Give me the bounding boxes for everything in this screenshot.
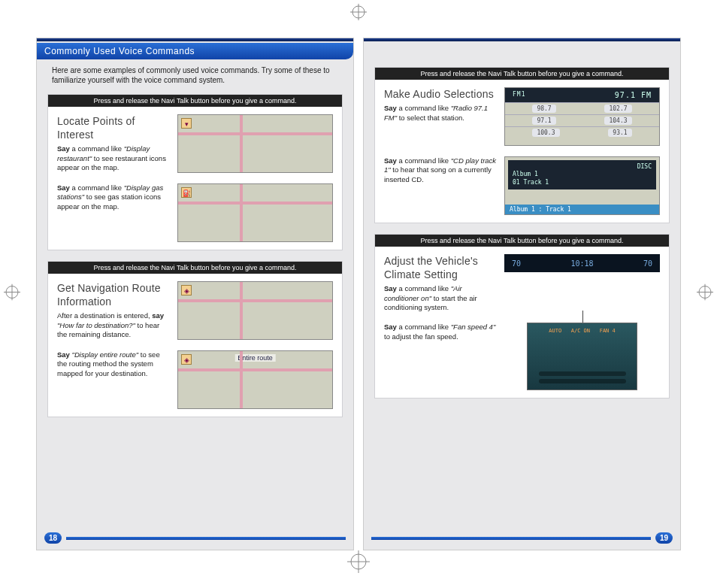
card-audio: Press and release the Navi Talk button b…	[374, 67, 670, 223]
crop-mark-right-icon	[697, 284, 713, 305]
route-item-2: Say "Display entire route" to see the ro…	[57, 350, 170, 409]
page-number: 19	[655, 532, 673, 544]
cd-line-1: Album 1	[513, 171, 652, 178]
navi-talk-note: Press and release the Navi Talk button b…	[375, 68, 669, 80]
footer-rule	[371, 537, 651, 540]
cd-footer: Album 1 : Track 1	[505, 205, 659, 214]
radio-presets-row1: 98.7102.7	[505, 102, 659, 114]
climate-time: 10:18	[570, 259, 593, 268]
radio-screenshot: FM1 97.1 FM 98.7102.7 97.1104.3 100.393.…	[504, 87, 660, 146]
card-title: Locate Points of Interest	[57, 114, 170, 141]
cd-screenshot: DISC Album 1 01 Track 1 Album 1 : Track …	[504, 156, 660, 215]
radio-presets-row3: 100.393.1	[505, 126, 659, 138]
crop-mark-top-icon	[350, 4, 367, 24]
audio-item-2: Say a command like "CD play track 1" to …	[384, 156, 497, 215]
climate-display: 70 10:18 70	[504, 254, 660, 272]
climate-temp-left: 70	[512, 259, 521, 268]
top-rule	[37, 38, 353, 41]
radio-band: FM1	[513, 91, 525, 98]
map-screenshot-gas: ⛽	[177, 183, 333, 242]
card-nav-route: Press and release the Navi Talk button b…	[47, 261, 343, 417]
compass-icon: ◈	[181, 354, 192, 365]
card-title: Make Audio Selections	[384, 87, 497, 101]
poi-item-2: Say a command like "Display gas stations…	[57, 183, 170, 242]
top-rule	[364, 38, 680, 41]
page-number: 18	[44, 532, 62, 544]
poi-item-1: Locate Points of Interest Say a command …	[57, 114, 170, 173]
crop-mark-bottom-icon	[347, 550, 370, 573]
card-title: Get Navigation Route Information	[57, 281, 170, 308]
page-left: Commonly Used Voice Commands Here are so…	[36, 38, 354, 550]
page-footer: 19	[364, 529, 680, 550]
restaurant-icon: ▾	[181, 118, 192, 129]
gas-icon: ⛽	[181, 187, 192, 198]
navi-talk-note: Press and release the Navi Talk button b…	[48, 95, 342, 107]
map-screenshot-distance: ◈	[177, 281, 333, 340]
crop-mark-left-icon	[4, 284, 20, 305]
audio-item-1: Make Audio Selections Say a command like…	[384, 87, 497, 146]
map-screenshot-entire-route: ◈ Entire route	[177, 350, 333, 409]
climate-item-1: Adjust the Vehicle's Climate Setting Say…	[384, 254, 497, 312]
card-title: Adjust the Vehicle's Climate Setting	[384, 254, 497, 281]
page-right: Press and release the Navi Talk button b…	[363, 38, 681, 550]
climate-item-2: Say a command like "Fan speed 4" to adju…	[384, 323, 497, 390]
section-header: Commonly Used Voice Commands	[37, 43, 353, 59]
footer-rule	[66, 537, 346, 540]
navi-talk-note: Press and release the Navi Talk button b…	[48, 262, 342, 274]
card-climate: Press and release the Navi Talk button b…	[374, 234, 670, 399]
cd-line-2: 01 Track 1	[513, 179, 652, 186]
radio-frequency: 97.1 FM	[615, 91, 652, 99]
intro-text: Here are some examples of commonly used …	[37, 65, 353, 91]
climate-panel-readout: AUTO A/C ON FAN 4	[539, 328, 626, 334]
page-footer: 18	[37, 529, 353, 550]
route-item-1: Get Navigation Route Information After a…	[57, 281, 170, 340]
compass-icon: ◈	[181, 285, 192, 296]
navi-talk-note: Press and release the Navi Talk button b…	[375, 235, 669, 247]
map-screenshot-restaurant: ▾	[177, 114, 333, 173]
radio-presets-row2: 97.1104.3	[505, 114, 659, 126]
climate-panel-photo: AUTO A/C ON FAN 4	[527, 323, 637, 390]
climate-temp-right: 70	[643, 259, 652, 268]
cd-disc-label: DISC	[513, 163, 652, 171]
map-label: Entire route	[234, 354, 276, 362]
card-locate-poi: Press and release the Navi Talk button b…	[47, 94, 343, 250]
